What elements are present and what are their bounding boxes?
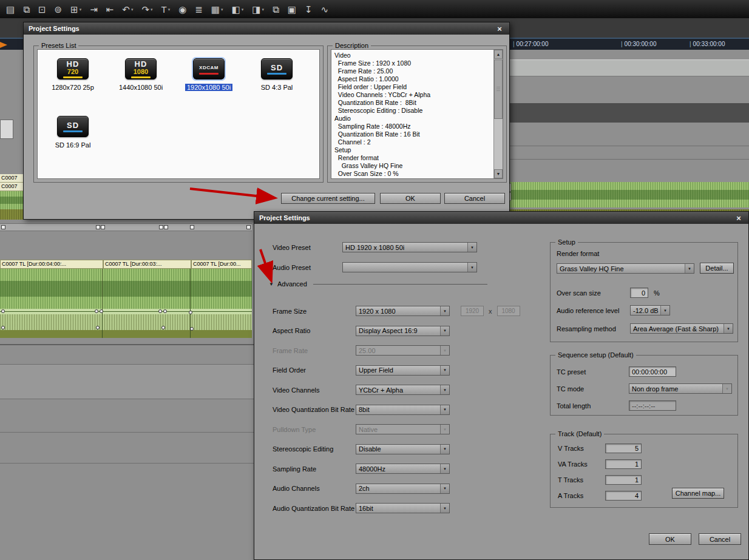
- close-icon[interactable]: ×: [495, 24, 504, 33]
- preset-hd-1080[interactable]: HD 1080 1440x1080 50i: [107, 55, 175, 112]
- rubberband-node-icon[interactable]: [189, 311, 192, 314]
- volume-rubberband[interactable]: [0, 309, 252, 314]
- title-tool-icon[interactable]: T ▾: [161, 5, 171, 14]
- keyframe-node-icon[interactable]: [164, 225, 168, 229]
- track-count-input[interactable]: 1: [605, 459, 642, 469]
- track-count-input[interactable]: 4: [605, 491, 642, 501]
- render-waveform-icon[interactable]: ∿: [320, 5, 328, 14]
- channel-map-button[interactable]: Channel map...: [672, 488, 724, 499]
- keyframe-node-icon[interactable]: [96, 225, 100, 229]
- track-count-input[interactable]: 5: [605, 444, 642, 453]
- clip-title[interactable]: C0007 TL [Dur:00:03:...: [103, 260, 191, 269]
- field-dropdown[interactable]: 25.00 ▼: [356, 345, 450, 356]
- field-dropdown[interactable]: 16bit ▼: [356, 503, 450, 513]
- audio-clip[interactable]: [510, 182, 749, 207]
- audio-mixer-icon[interactable]: ≣: [195, 5, 203, 14]
- advanced-expander[interactable]: ▼ Advanced: [269, 280, 487, 288]
- description-line: Channel : 2: [334, 138, 490, 146]
- field-dropdown[interactable]: ▼: [342, 262, 477, 272]
- settings-field-row: Video Channels YCbCr + Alpha ▼: [273, 385, 558, 395]
- keyframe-node-icon[interactable]: [190, 225, 194, 229]
- redo-icon[interactable]: ↷ ▾: [141, 5, 152, 14]
- resampling-method-dropdown[interactable]: Area Average (Fast & Sharp) ▼: [630, 323, 733, 334]
- color-correction-icon[interactable]: ◉: [178, 5, 186, 14]
- rubberband-node-icon[interactable]: [163, 309, 167, 313]
- field-dropdown[interactable]: HD 1920 x 1080 50i ▼: [342, 242, 477, 252]
- total-length-input[interactable]: --:--:--:--: [629, 400, 676, 411]
- change-current-setting-button[interactable]: Change current setting...: [281, 193, 375, 204]
- keyframe-node-icon[interactable]: [1, 225, 5, 229]
- audio-clip[interactable]: [0, 314, 252, 330]
- track-count-input[interactable]: 1: [605, 475, 642, 485]
- keyframe-node-icon[interactable]: [159, 225, 163, 229]
- preset-hd-720[interactable]: HD 720 1280x720 25p: [39, 55, 107, 112]
- rubberband-node-icon[interactable]: [100, 309, 103, 313]
- cancel-button[interactable]: Cancel: [699, 533, 741, 545]
- scrollbar-thumb[interactable]: [494, 59, 503, 119]
- chevron-down-icon: ▼: [440, 484, 449, 493]
- field-dropdown[interactable]: Disable ▼: [356, 444, 450, 454]
- undo-icon[interactable]: ↶ ▾: [122, 5, 133, 14]
- preview-toggle-icon[interactable]: ⊚: [54, 5, 62, 14]
- rubberband-node-icon[interactable]: [190, 327, 194, 331]
- fade-in-icon[interactable]: ◧ ▾: [232, 5, 244, 14]
- field-label: Frame Rate: [273, 347, 356, 354]
- audio-reference-label: Audio reference level: [557, 307, 619, 314]
- over-scan-input[interactable]: 0: [630, 288, 648, 298]
- keyframe-strip: [0, 223, 252, 231]
- preset-sd-43-pal[interactable]: SD SD 4:3 Pal: [243, 55, 311, 112]
- rubberband-node-icon[interactable]: [95, 309, 98, 313]
- add-transition-icon[interactable]: ▦ ▾: [211, 5, 223, 14]
- audio-reference-dropdown[interactable]: -12.0 dB ▼: [630, 305, 670, 315]
- export-icon[interactable]: ↧: [305, 5, 313, 14]
- preset-xdcam[interactable]: XDCAM 1920x1080 50i: [175, 55, 243, 112]
- layout-icon[interactable]: ⊞ ▾: [70, 5, 81, 14]
- copy-icon[interactable]: ⧉: [273, 5, 279, 14]
- playhead-marker-icon[interactable]: [0, 42, 7, 48]
- tc-mode-dropdown[interactable]: Non drop frame ▼: [629, 383, 732, 394]
- cancel-button[interactable]: Cancel: [444, 193, 505, 204]
- set-out-point-icon[interactable]: ⇤: [106, 5, 114, 14]
- scroll-down-icon[interactable]: ▼: [494, 169, 503, 178]
- rubberband-node-icon[interactable]: [1, 326, 5, 329]
- dialog-titlebar[interactable]: Project Settings ×: [254, 212, 748, 224]
- field-dropdown[interactable]: Upper Field ▼: [356, 365, 450, 376]
- field-dropdown[interactable]: 1920 x 1080 ▼: [356, 306, 450, 316]
- detail-button[interactable]: Detail...: [700, 263, 734, 274]
- field-dropdown[interactable]: 2ch ▼: [356, 484, 450, 494]
- clip-title[interactable]: C0007 TL [Dur:00...: [191, 260, 252, 269]
- ok-button[interactable]: OK: [649, 533, 691, 545]
- set-in-point-icon[interactable]: ⇥: [90, 5, 98, 14]
- rubberband-node-icon[interactable]: [161, 326, 165, 329]
- audio-clip[interactable]: [0, 330, 252, 338]
- keyframe-node-icon[interactable]: [246, 225, 251, 229]
- field-dropdown[interactable]: 48000Hz ▼: [356, 464, 450, 474]
- clip-title[interactable]: C0007 TL [Dur:00:04:00:...: [0, 260, 103, 269]
- chevron-down-icon: ▼: [440, 445, 449, 454]
- preset-sd-169-pal[interactable]: SD SD 16:9 Pal: [39, 112, 107, 170]
- description-line: Audio: [334, 115, 490, 123]
- field-dropdown[interactable]: Display Aspect 16:9 ▼: [356, 326, 450, 336]
- rubberband-node-icon[interactable]: [96, 326, 100, 329]
- screen-capture-icon[interactable]: ⊡: [38, 5, 46, 14]
- add-clip-icon[interactable]: ⧉: [23, 5, 30, 14]
- rubberband-node-icon[interactable]: [158, 309, 162, 313]
- description-group-label: Description: [333, 42, 371, 49]
- scroll-up-icon[interactable]: ▲: [494, 50, 503, 59]
- audio-clip[interactable]: [0, 269, 252, 309]
- field-dropdown[interactable]: Native ▼: [356, 424, 450, 434]
- field-dropdown[interactable]: 8bit ▼: [356, 405, 450, 415]
- close-icon[interactable]: ×: [734, 214, 744, 223]
- fade-out-icon[interactable]: ◨ ▾: [252, 5, 264, 14]
- rubberband-node-icon[interactable]: [1, 309, 5, 313]
- ok-button[interactable]: OK: [380, 193, 441, 204]
- description-scrollbar[interactable]: ▲ ▼: [493, 50, 503, 178]
- dialog-titlebar[interactable]: Project Settings ×: [24, 22, 509, 35]
- render-format-dropdown[interactable]: Grass Valley HQ Fine ▼: [557, 263, 694, 274]
- sequence-group-label: Sequence setup (Default): [555, 351, 636, 359]
- keyframe-node-icon[interactable]: [101, 225, 105, 229]
- snapshot-icon[interactable]: ▣: [288, 5, 296, 14]
- capture-icon[interactable]: ▤: [6, 5, 15, 14]
- tc-preset-input[interactable]: 00:00:00:00: [629, 366, 676, 377]
- field-dropdown[interactable]: YCbCr + Alpha ▼: [356, 385, 450, 395]
